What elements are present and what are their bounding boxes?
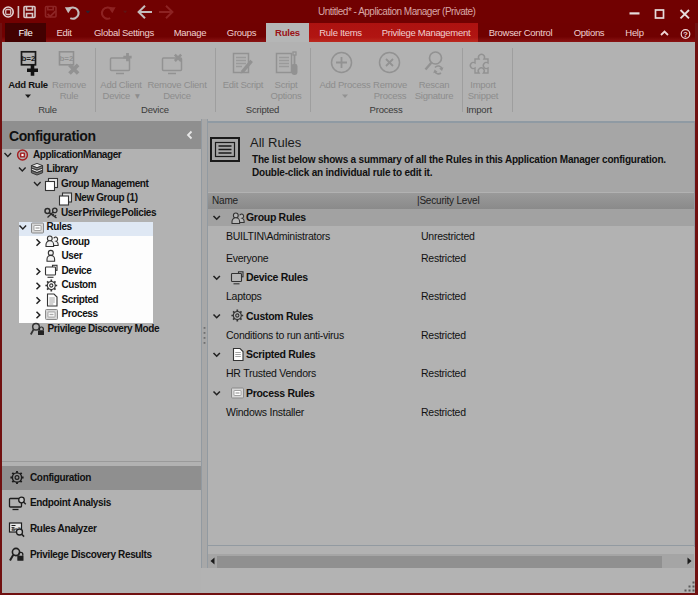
svg-text:?: ? <box>683 30 688 39</box>
svg-text:b=2: b=2 <box>21 54 36 63</box>
svg-text:b=2: b=2 <box>59 54 74 63</box>
